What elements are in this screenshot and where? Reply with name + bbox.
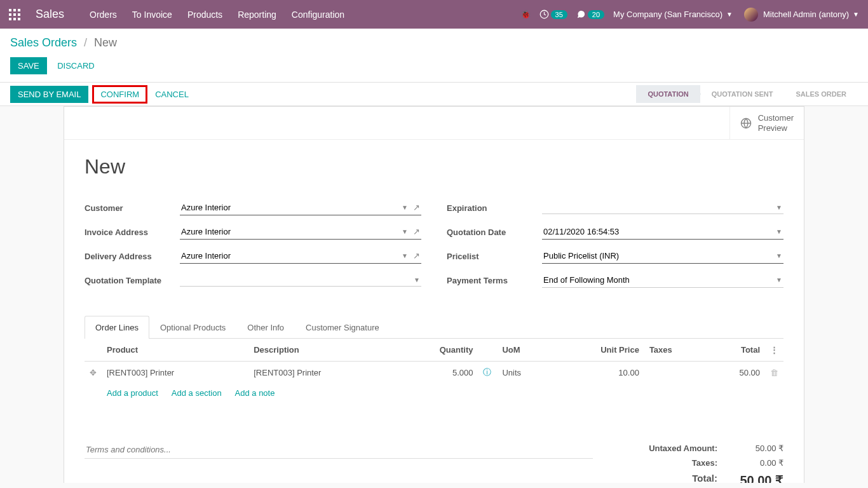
add-note-link[interactable]: Add a note <box>235 388 275 398</box>
cell-taxes[interactable] <box>644 362 707 384</box>
external-link-icon[interactable]: ↗ <box>413 203 420 212</box>
chevron-down-icon[interactable]: ▼ <box>402 228 408 235</box>
pricelist-value: Public Pricelist (INR) <box>543 251 619 261</box>
chevron-down-icon[interactable]: ▼ <box>402 204 408 211</box>
tab-other-info[interactable]: Other Info <box>236 316 295 339</box>
label-pricelist: Pricelist <box>447 252 542 261</box>
breadcrumb-current: New <box>94 36 117 49</box>
table-row[interactable]: ✥ [RENT003] Printer [RENT003] Printer 5.… <box>85 362 783 384</box>
breadcrumb: Sales Orders / New <box>10 36 858 50</box>
cancel-button[interactable]: Cancel <box>147 86 196 103</box>
cell-total: 50.00 <box>707 362 765 384</box>
cell-product[interactable]: [RENT003] Printer <box>102 362 248 384</box>
payment-terms-value: End of Following Month <box>543 275 630 285</box>
trash-icon[interactable]: 🗑 <box>765 362 783 384</box>
status-bar: Send by Email Confirm Cancel Quotation Q… <box>0 82 868 106</box>
nav-reporting[interactable]: Reporting <box>238 10 276 20</box>
invoice-address-field[interactable]: Azure Interior ▼ ↗ <box>180 224 421 240</box>
svg-rect-4 <box>13 13 16 16</box>
tab-optional-products[interactable]: Optional Products <box>149 316 236 339</box>
order-lines-table: Product Description Quantity UoM Unit Pr… <box>85 339 783 403</box>
th-taxes: Taxes <box>644 339 707 362</box>
discard-button[interactable]: Discard <box>50 57 102 74</box>
company-selector[interactable]: My Company (San Francisco) ▼ <box>613 10 733 19</box>
clock-icon <box>539 10 549 19</box>
label-invoice-address: Invoice Address <box>85 227 180 237</box>
chevron-down-icon[interactable]: ▼ <box>776 204 782 211</box>
chevron-down-icon[interactable]: ▼ <box>414 276 420 283</box>
external-link-icon[interactable]: ↗ <box>413 251 420 261</box>
nav-orders[interactable]: Orders <box>90 10 117 20</box>
nav-to-invoice[interactable]: To Invoice <box>132 10 172 20</box>
quotation-template-field[interactable]: ▼ <box>180 274 421 287</box>
drag-handle-icon[interactable]: ✥ <box>85 362 102 384</box>
svg-rect-2 <box>18 9 20 11</box>
svg-rect-7 <box>13 18 16 20</box>
messages-indicator[interactable]: 20 <box>576 10 604 19</box>
th-total: Total <box>707 339 765 362</box>
stage-quotation-sent[interactable]: Quotation Sent <box>700 85 785 103</box>
info-icon[interactable]: ⓘ <box>478 362 497 384</box>
nav-products[interactable]: Products <box>187 10 222 20</box>
totals: Untaxed Amount: 50.00 ₹ Taxes: 0.00 ₹ To… <box>606 441 783 483</box>
invoice-address-value: Azure Interior <box>181 227 231 236</box>
chevron-down-icon[interactable]: ▼ <box>776 252 782 259</box>
breadcrumb-root[interactable]: Sales Orders <box>10 36 77 49</box>
quotation-date-field[interactable]: 02/11/2020 16:54:53 ▼ <box>542 224 783 240</box>
external-link-icon[interactable]: ↗ <box>413 227 420 236</box>
user-name: Mitchell Admin (antony) <box>763 10 849 19</box>
untaxed-label: Untaxed Amount: <box>649 444 717 453</box>
th-unit-price: Unit Price <box>552 339 644 362</box>
expiration-field[interactable]: ▼ <box>542 201 783 214</box>
label-payment-terms: Payment Terms <box>447 276 542 285</box>
svg-rect-6 <box>9 18 11 20</box>
tab-order-lines[interactable]: Order Lines <box>85 316 149 339</box>
th-description: Description <box>248 339 395 362</box>
label-quotation-template: Quotation Template <box>85 276 180 285</box>
customer-preview-button[interactable]: Customer Preview <box>729 107 804 139</box>
quotation-date-value: 02/11/2020 16:54:53 <box>543 227 619 236</box>
chevron-down-icon[interactable]: ▼ <box>402 252 408 259</box>
pricelist-field[interactable]: Public Pricelist (INR) ▼ <box>542 248 783 264</box>
nav-configuration[interactable]: Configuration <box>292 10 344 20</box>
tabs: Order Lines Optional Products Other Info… <box>85 316 783 339</box>
confirm-button[interactable]: Confirm <box>92 85 147 104</box>
save-button[interactable]: Save <box>10 57 47 74</box>
svg-rect-0 <box>9 9 11 11</box>
avatar <box>744 8 758 22</box>
customer-field[interactable]: Azure Interior ▼ ↗ <box>180 200 421 215</box>
breadcrumb-bar: Sales Orders / New <box>0 29 868 55</box>
send-by-email-button[interactable]: Send by Email <box>10 86 88 103</box>
chevron-down-icon[interactable]: ▼ <box>776 276 782 283</box>
payment-terms-field[interactable]: End of Following Month ▼ <box>542 273 783 288</box>
bug-icon[interactable]: 🐞 <box>520 10 531 19</box>
top-navbar: Sales Orders To Invoice Products Reporti… <box>0 0 868 29</box>
stage-quotation[interactable]: Quotation <box>636 85 700 103</box>
activity-indicator[interactable]: 35 <box>539 10 567 19</box>
add-section-link[interactable]: Add a section <box>172 388 222 398</box>
cell-uom[interactable]: Units <box>497 362 552 384</box>
message-count: 20 <box>588 10 604 19</box>
cell-description[interactable]: [RENT003] Printer <box>248 362 395 384</box>
user-menu[interactable]: Mitchell Admin (antony) ▼ <box>744 8 859 22</box>
cell-unit-price[interactable]: 10.00 <box>552 362 644 384</box>
taxes-label: Taxes: <box>692 458 717 468</box>
form-grid: Customer Azure Interior ▼ ↗ Invoice Addr… <box>85 199 783 295</box>
th-product: Product <box>102 339 248 362</box>
apps-icon[interactable] <box>9 9 20 20</box>
brand-title[interactable]: Sales <box>36 8 64 21</box>
edit-actions: Save Discard <box>0 55 868 82</box>
stage-sales-order[interactable]: Sales Order <box>785 85 858 103</box>
add-product-link[interactable]: Add a product <box>107 388 158 398</box>
chevron-down-icon: ▼ <box>853 11 859 18</box>
kebab-icon[interactable]: ⋮ <box>765 339 783 362</box>
delivery-address-field[interactable]: Azure Interior ▼ ↗ <box>180 248 421 264</box>
sheet-topbar: Customer Preview <box>64 107 804 140</box>
cell-quantity[interactable]: 5.000 <box>395 362 478 384</box>
svg-rect-8 <box>18 18 20 20</box>
terms-input[interactable] <box>85 441 593 459</box>
tab-customer-signature[interactable]: Customer Signature <box>295 316 390 339</box>
form-sheet: Customer Preview New Customer Azure Inte… <box>64 106 804 483</box>
chevron-down-icon[interactable]: ▼ <box>776 228 782 235</box>
label-delivery-address: Delivery Address <box>85 252 180 261</box>
